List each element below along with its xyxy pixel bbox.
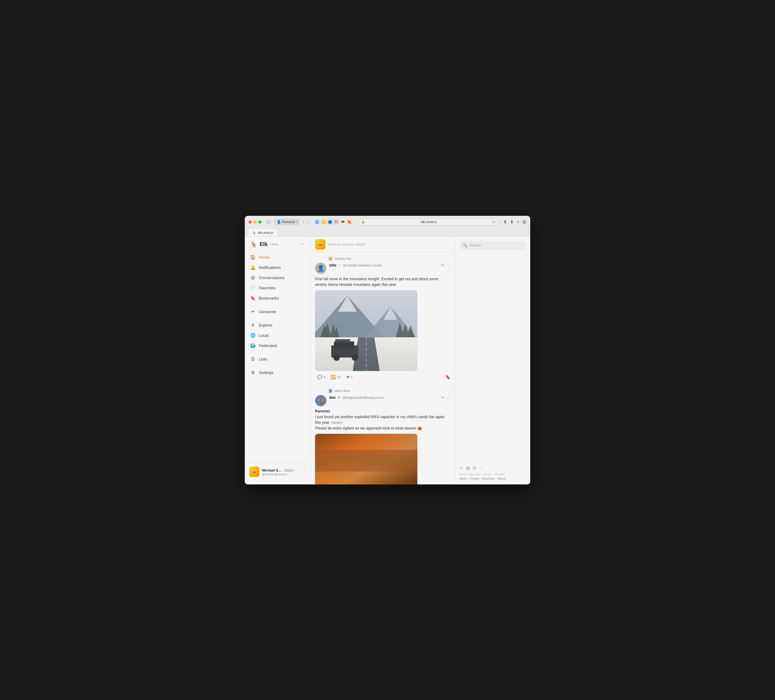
gear-icon: ⚙ (250, 370, 256, 375)
post-avatar-1[interactable]: 👤 (315, 263, 326, 274)
heart-footer-button[interactable]: ♡ (479, 465, 482, 470)
new-tab-button[interactable]: + (516, 219, 520, 225)
minimize-button[interactable] (253, 220, 257, 223)
svg-rect-23 (315, 290, 417, 371)
footer-link-status[interactable]: Status (497, 477, 506, 480)
sidebar: 🦌 Elk canary ← 🏠 Home 🔔 Notifications (245, 237, 311, 485)
post-meta-2: dan 🖥 @billgoats@bitbang.social 4h ⋯ (329, 395, 451, 401)
downloads-button[interactable]: ⬇ (503, 219, 507, 225)
user-role-badge: Owner (283, 468, 295, 472)
nav-divider-4 (247, 364, 308, 368)
author-name-2[interactable]: dan (329, 395, 336, 400)
author-name-1[interactable]: sdw (329, 263, 336, 267)
tab-overview-button[interactable]: ⊞ (522, 219, 526, 225)
post-avatar-2[interactable]: 🐐 (315, 395, 326, 406)
tab-title: elk.vmst.io (258, 231, 273, 235)
lock-icon: 🔒 (361, 220, 365, 223)
grid-icon-button[interactable]: ⊞ (472, 465, 476, 470)
sidebar-toggle-button[interactable] (266, 220, 272, 224)
forward-arrow-button[interactable]: › (306, 219, 310, 225)
sidebar-item-bookmarks[interactable]: 🔖 Bookmarks (247, 293, 308, 303)
maximize-button[interactable] (258, 220, 261, 223)
like-button-1[interactable]: ❤ 1 (344, 374, 355, 381)
canary-badge: canary (270, 243, 278, 246)
tab-icon-5: 🗺 (340, 219, 346, 225)
post-more-button-2[interactable]: ⋯ (446, 395, 451, 400)
sidebar-item-conversations[interactable]: @ Conversations (247, 273, 308, 283)
sidebar-item-explore[interactable]: # Explore (247, 320, 308, 330)
sidebar-item-notifications[interactable]: 🔔 Notifications (247, 262, 308, 273)
post-more-button-1[interactable]: ⋯ (446, 263, 451, 268)
user-display-name: Michael S... (262, 468, 281, 472)
columns-icon-button[interactable]: ▦ (466, 465, 470, 470)
search-bar[interactable]: 🔍 Search (459, 241, 526, 250)
footer-area: ☀ ▦ ⊞ ♡ Built 5 days ago · canary · ef1a… (459, 465, 526, 480)
reply-count-1: 4 (323, 375, 325, 379)
sidebar-item-favorites[interactable]: ♡ Favorites (247, 283, 308, 293)
svg-rect-1 (266, 222, 271, 222)
post-text-2c: Please be extra vigilant as we approach … (315, 426, 422, 430)
toolbar-actions: ⬇ ⬆ + ⊞ (503, 219, 526, 225)
user-info: Michael S... Owner @vmstan@vmst.io (262, 468, 299, 476)
repost-count-1: 15 (337, 375, 341, 379)
sidebar-item-lists[interactable]: ☰ Lists (247, 354, 308, 364)
verified-icon-1: ✓ (338, 263, 341, 267)
back-arrow-button[interactable]: ‹ (302, 219, 305, 225)
user-more-button[interactable]: ⋯ (302, 469, 306, 474)
pen-icon: ✏ (250, 309, 256, 315)
footer-link-mastodon[interactable]: Mastodon (482, 477, 495, 480)
back-button[interactable]: ← (300, 242, 305, 247)
post-text-1: First fall snow in the mountains tonight… (315, 276, 451, 287)
bookmark-button-1[interactable]: 🔖 (445, 375, 451, 380)
footer-link-about[interactable]: About (459, 477, 467, 480)
sidebar-item-local[interactable]: 🌐 Local (247, 330, 308, 340)
post-image-2[interactable]: ■ ■ ■ ■ ■ ■ (315, 434, 417, 485)
user-profile[interactable]: 🐱 Michael S... Owner @vmstan@vmst.io ⋯ (245, 463, 311, 480)
compose-input[interactable]: What is on your mind? (328, 242, 451, 247)
compose-avatar: 🐱 (315, 239, 325, 250)
profile-selector[interactable]: 👤 Personal ▾ (274, 219, 299, 225)
browser-window: 👤 Personal ▾ ‹ › 🌐 🟡 🔵 🛡 🗺 🔖 🔒 elk.vmst.… (245, 216, 530, 485)
search-icon: 🔍 (462, 243, 467, 247)
profile-icon: 👤 (277, 220, 281, 224)
sun-icon-button[interactable]: ☀ (459, 465, 463, 470)
close-button[interactable] (249, 220, 252, 223)
elk-logo-icon: 🦌 (250, 241, 258, 248)
address-bar[interactable]: 🔒 elk.vmst.io ↻ (358, 218, 499, 225)
sidebar-item-home[interactable]: 🏠 Home (247, 252, 308, 262)
post-text-2: Parents! I just found yet another explod… (315, 408, 451, 431)
post-hashtag-2[interactable]: #scary (331, 420, 342, 425)
repost-button-1[interactable]: 🔁 15 (329, 374, 343, 381)
sidebar-item-favorites-label: Favorites (259, 286, 276, 290)
post-actions-1: 💬 4 🔁 15 ❤ 1 🔖 (315, 374, 451, 381)
reply-button-1[interactable]: 💬 4 (315, 374, 328, 381)
like-count-1: 1 (351, 375, 353, 379)
reload-button[interactable]: ↻ (492, 220, 496, 224)
built-info: Built 5 days ago · canary · ef1a392 (459, 473, 526, 476)
nav-divider-1 (247, 303, 308, 307)
sidebar-item-compose[interactable]: ✏ Compose (247, 307, 308, 317)
sidebar-item-federated-label: Federated (259, 343, 277, 348)
footer-links: About · Privacy · Mastodon · Status (459, 477, 526, 480)
post-time-1: 8h (441, 263, 445, 267)
profile-label: Personal (282, 220, 294, 224)
sidebar-item-federated[interactable]: 🌍 Federated (247, 340, 308, 351)
sidebar-item-home-label: Home (259, 255, 269, 260)
svg-rect-2 (266, 223, 271, 223)
compose-bar: 🐱 What is on your mind? (311, 237, 455, 252)
browser-chrome: 👤 Personal ▾ ‹ › 🌐 🟡 🔵 🛡 🗺 🔖 🔒 elk.vmst.… (245, 216, 530, 237)
heart-icon: ❤ (346, 375, 350, 380)
post-2: 👤 Mike Hicks 🐐 dan 🖥 @billgoats@bitbang.… (311, 385, 455, 485)
post-image-1[interactable] (315, 290, 417, 371)
sidebar-item-settings[interactable]: ⚙ Settings (247, 368, 308, 378)
repost-mini-avatar-1: 🐱 (328, 256, 333, 261)
sidebar-item-bookmarks-label: Bookmarks (259, 296, 279, 300)
nav-divider-3 (247, 351, 308, 354)
share-button[interactable]: ⬆ (509, 219, 514, 225)
author-handle-2: @billgoats@bitbang.social (342, 395, 384, 400)
sidebar-item-local-label: Local (259, 333, 268, 338)
active-tab[interactable]: 🦌 elk.vmst.io (249, 229, 277, 236)
sidebar-item-compose-label: Compose (259, 309, 276, 314)
repost-label-2: Mike Hicks (334, 389, 350, 393)
footer-link-privacy[interactable]: Privacy (470, 477, 479, 480)
